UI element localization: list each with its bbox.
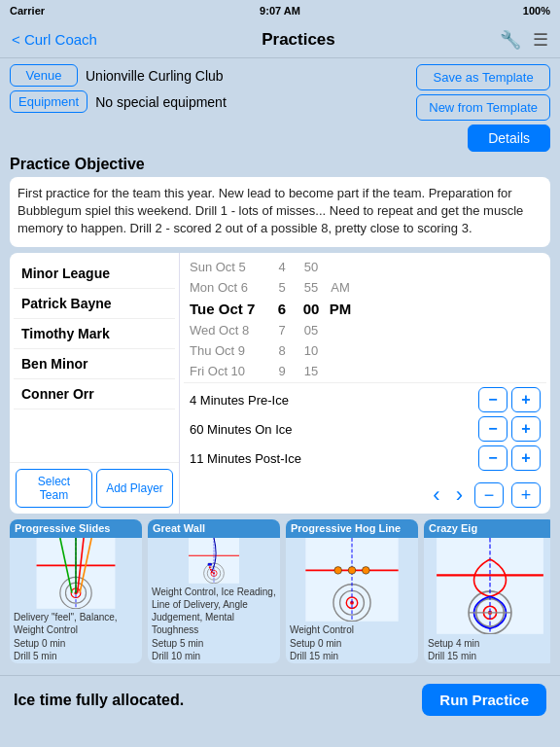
player-item[interactable]: Patrick Bayne: [14, 289, 175, 319]
cal-h: 4: [267, 260, 297, 274]
player-item[interactable]: Minor League: [14, 259, 175, 289]
status-right: 100%: [523, 5, 550, 17]
back-button[interactable]: < Curl Coach: [12, 31, 97, 48]
setup-label: Setup 5 min: [152, 638, 203, 649]
cal-m: 15: [297, 364, 326, 378]
on-ice-stepper: − +: [478, 416, 541, 442]
save-template-button[interactable]: Save as Template: [416, 64, 550, 90]
equipment-row: Equipment No special equipment: [10, 90, 416, 113]
drill-time-drill: Drill 15 min: [286, 651, 418, 663]
svg-point-20: [210, 569, 212, 571]
drill-time-drill: Drill 5 min: [10, 651, 142, 663]
list-icon[interactable]: ☰: [533, 29, 548, 51]
drill-card-body: [286, 538, 418, 622]
cal-h: 7: [267, 323, 297, 338]
cal-m: 55: [297, 280, 326, 295]
cal-row[interactable]: Fri Oct 10 9 15: [184, 361, 546, 381]
status-time: 9:07 AM: [260, 5, 300, 17]
cal-row[interactable]: Sun Oct 5 4 50: [184, 257, 546, 277]
pre-ice-minus[interactable]: −: [478, 387, 508, 412]
svg-point-31: [362, 567, 369, 575]
practice-objective-text: First practice for the team this year. N…: [10, 177, 550, 247]
drill-card-body: [424, 538, 550, 634]
select-team-button[interactable]: Select Team: [16, 469, 92, 508]
post-ice-minus[interactable]: −: [478, 445, 508, 471]
setup-label: Setup 0 min: [290, 638, 341, 649]
cal-day: Mon Oct 6: [190, 280, 267, 295]
details-button[interactable]: Details: [468, 124, 550, 152]
player-item[interactable]: Ben Minor: [14, 349, 175, 379]
add-drill-button[interactable]: +: [511, 482, 541, 508]
rink-svg: [148, 538, 280, 584]
drill-cards: Progressive Slides: [10, 519, 550, 663]
svg-point-19: [209, 566, 211, 568]
drill-card-crazy[interactable]: Crazy Eig Setup 4 min: [424, 519, 550, 663]
post-ice-row: 11 Minutes Post-Ice − +: [190, 445, 541, 471]
post-ice-plus[interactable]: +: [511, 445, 541, 471]
cal-m: 50: [297, 260, 326, 274]
venue-value: Unionville Curling Club: [86, 68, 224, 84]
player-item[interactable]: Timothy Mark: [14, 319, 175, 349]
nav-bar: < Curl Coach Practices 🔧 ☰: [0, 21, 560, 58]
venue-row: Venue Unionville Curling Club: [10, 64, 416, 87]
rink-svg: [424, 538, 550, 634]
rink-svg: [10, 538, 142, 609]
rink-svg: [286, 538, 418, 622]
equipment-button[interactable]: Equipment: [10, 90, 88, 113]
right-buttons: Save as Template New from Template Detai…: [416, 64, 550, 152]
drill-times: Setup 0 min: [10, 638, 142, 651]
drill-label: Drill 15 min: [428, 651, 476, 661]
drill-card-hogline[interactable]: Progressive Hog Line Weight Control: [286, 519, 418, 663]
venue-equipment: Venue Unionville Curling Club Equipment …: [10, 64, 416, 117]
drill-description: Weight Control, Ice Reading, Line of Del…: [148, 584, 280, 638]
setup-label: Setup 0 min: [14, 638, 65, 649]
pre-ice-plus[interactable]: +: [511, 387, 541, 412]
on-ice-label: 60 Minutes On Ice: [190, 422, 478, 437]
drill-card-wall[interactable]: Great Wall: [148, 519, 280, 663]
cal-m: 05: [297, 323, 326, 338]
drill-description: Weight Control: [286, 622, 418, 638]
time-controls: 4 Minutes Pre-Ice − + 60 Minutes On Ice …: [184, 382, 546, 479]
run-practice-button[interactable]: Run Practice: [422, 684, 546, 716]
on-ice-row: 60 Minutes On Ice − +: [190, 416, 541, 442]
cal-day: Fri Oct 10: [190, 364, 267, 378]
pre-ice-stepper: − +: [478, 387, 541, 412]
battery-label: 100%: [523, 5, 550, 17]
new-template-button[interactable]: New from Template: [416, 94, 550, 121]
player-item[interactable]: Conner Orr: [14, 379, 175, 409]
nav-icons: 🔧 ☰: [500, 29, 548, 51]
bottom-bar: Ice time fully allocated. Run Practice: [0, 675, 560, 724]
drill-label: Drill 5 min: [14, 651, 56, 661]
drill-card-title: Great Wall: [148, 519, 280, 538]
drill-card-slides[interactable]: Progressive Slides: [10, 519, 142, 663]
add-player-button[interactable]: Add Player: [96, 469, 173, 508]
carrier-label: Carrier: [10, 5, 45, 17]
setup-label: Setup 4 min: [428, 638, 479, 649]
prev-button[interactable]: ‹: [429, 482, 443, 508]
next-button[interactable]: ›: [452, 482, 467, 508]
on-ice-minus[interactable]: −: [478, 416, 508, 442]
on-ice-plus[interactable]: +: [511, 416, 541, 442]
cal-day: Tue Oct 7: [190, 301, 267, 317]
player-actions: Select Team Add Player: [10, 462, 179, 514]
ice-status: Ice time fully allocated.: [14, 692, 184, 709]
drill-description: Delivery "feel", Balance, Weight Control: [10, 609, 142, 638]
cal-row[interactable]: Mon Oct 6 5 55 AM: [184, 277, 546, 298]
post-ice-label: 11 Minutes Post-Ice: [190, 451, 478, 466]
cal-h: 8: [267, 343, 297, 358]
cal-row[interactable]: Wed Oct 8 7 05: [184, 320, 546, 340]
players-panel: Minor League Patrick Bayne Timothy Mark …: [10, 253, 180, 514]
venue-button[interactable]: Venue: [10, 64, 78, 87]
pre-ice-row: 4 Minutes Pre-Ice − +: [190, 387, 541, 412]
cal-row-selected[interactable]: Tue Oct 7 6 00 PM: [184, 298, 546, 320]
remove-drill-button[interactable]: −: [474, 482, 504, 508]
wrench-icon[interactable]: 🔧: [500, 29, 521, 51]
drill-label: Drill 10 min: [152, 651, 200, 661]
cal-m: 00: [297, 301, 326, 317]
cal-m: 10: [297, 343, 326, 358]
cal-row[interactable]: Thu Oct 9 8 10: [184, 340, 546, 361]
drill-times: Setup 5 min: [148, 638, 280, 651]
cal-ampm: PM: [326, 301, 355, 317]
calendar-rows: Sun Oct 5 4 50 Mon Oct 6 5 55 AM Tue Oct…: [184, 257, 546, 382]
drill-card-body: [10, 538, 142, 609]
